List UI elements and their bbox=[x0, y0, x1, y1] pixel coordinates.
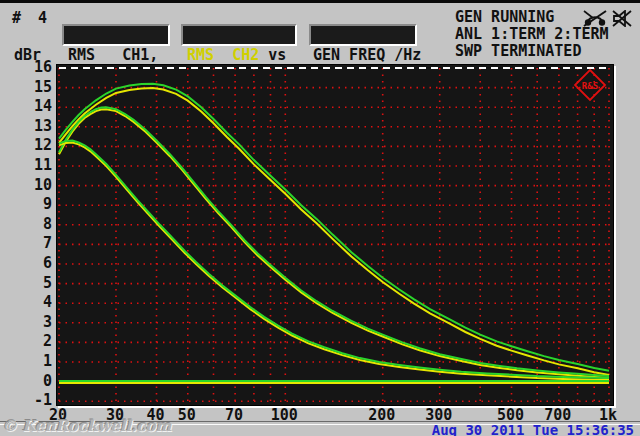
ch2-function-label-yellow: RMS CH2 bbox=[187, 46, 259, 64]
chart-canvas: R&S bbox=[57, 65, 613, 405]
y-tick-label: 12 bbox=[8, 135, 52, 155]
y-tick-label: 16 bbox=[8, 57, 52, 77]
y-tick-label: 2 bbox=[8, 331, 52, 351]
y-tick-label: 1 bbox=[8, 351, 52, 371]
ch2-function-label-vs: vs bbox=[259, 46, 286, 64]
y-tick-label: 3 bbox=[8, 312, 52, 332]
audio-analyzer-screen: # 4 dBr RMS CH1, RMS CH2 vs GEN FREQ /Hz… bbox=[0, 0, 640, 436]
y-tick-label: 15 bbox=[8, 77, 52, 97]
status-swp: SWP TERMINATED bbox=[455, 43, 609, 60]
watermark: © KenRockwell.com bbox=[2, 417, 171, 435]
y-tick-label: 6 bbox=[8, 253, 52, 273]
ch2-function-label: RMS CH2 vs bbox=[187, 46, 286, 64]
y-tick-label: 7 bbox=[8, 233, 52, 253]
headphones-muted-icon bbox=[583, 10, 607, 27]
datetime-label: Aug 30 2011 Tue 15:36:35 bbox=[432, 422, 634, 436]
y-tick-label: 9 bbox=[8, 194, 52, 214]
readout-box-freq bbox=[309, 24, 417, 46]
gen-freq-label: GEN FREQ /Hz bbox=[313, 46, 421, 64]
trace-ch2-boost-low bbox=[59, 143, 609, 381]
y-tick-label: 5 bbox=[8, 273, 52, 293]
y-tick-label: 10 bbox=[8, 175, 52, 195]
trace-ch1-boost-low bbox=[59, 141, 609, 379]
readout-box-ch2 bbox=[181, 24, 297, 46]
plot-area: R&S bbox=[56, 64, 614, 406]
y-tick-label: 0 bbox=[8, 371, 52, 391]
trace-ch2-boost-mid bbox=[59, 109, 609, 378]
ch1-function-label: RMS CH1, bbox=[68, 46, 158, 64]
screen-number-symbol: # bbox=[12, 9, 21, 27]
y-tick-label: 13 bbox=[8, 116, 52, 136]
speaker-muted-icon bbox=[612, 10, 632, 27]
y-tick-label: 8 bbox=[8, 214, 52, 234]
rs-logo-text: R&S bbox=[582, 81, 598, 91]
status-anl: ANL 1:TERM 2:TERM bbox=[455, 26, 609, 43]
y-tick-label: 11 bbox=[8, 155, 52, 175]
rs-logo: R&S bbox=[575, 70, 605, 100]
readout-box-ch1 bbox=[62, 24, 170, 46]
y-tick-label: 14 bbox=[8, 96, 52, 116]
trace-ch1-boost-mid bbox=[59, 107, 609, 376]
trace-ch2-boost-high bbox=[59, 88, 609, 375]
screen-number: 4 bbox=[38, 9, 47, 27]
y-tick-label: 4 bbox=[8, 292, 52, 312]
